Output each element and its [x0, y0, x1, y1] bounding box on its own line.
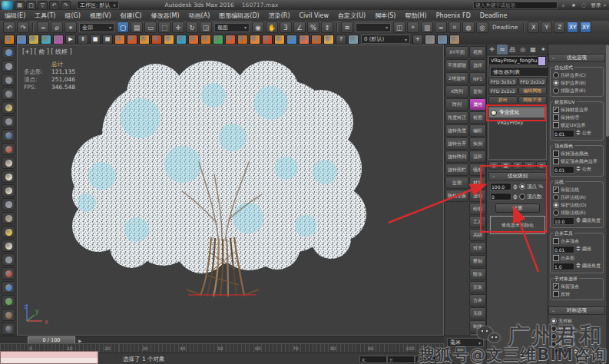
radio-button[interactable] — [551, 326, 557, 332]
strip-button-2-16[interactable]: 对齐 — [469, 242, 486, 254]
collapse-icon[interactable]: − — [551, 55, 555, 61]
search-icon[interactable]: ⌕ — [560, 2, 568, 8]
bulb-tool-icon[interactable] — [2, 101, 15, 114]
eye-tool-icon[interactable] — [2, 198, 15, 210]
modifier-onoff-bulb-icon[interactable] — [491, 110, 497, 116]
motion-tab[interactable]: ◎ — [518, 45, 528, 55]
infocenter-search-input[interactable] — [473, 2, 558, 9]
red-tool-icon[interactable] — [2, 143, 15, 155]
menu-item-9[interactable]: 渲染(R) — [264, 12, 295, 20]
mountain-tool-icon[interactable] — [2, 212, 15, 224]
radio-button[interactable] — [551, 341, 557, 347]
strip-button-2-12[interactable]: 选项 — [469, 190, 486, 202]
spinner-arrows-icon[interactable] — [576, 217, 581, 223]
vertex-percent-radio[interactable] — [519, 184, 525, 190]
vray-icon-1[interactable] — [114, 35, 125, 45]
qa-redo-icon[interactable]: ↷ — [61, 1, 71, 10]
spinner-arrows-icon[interactable] — [576, 166, 581, 171]
vray-icon-6[interactable] — [176, 35, 187, 45]
camera-tool-icon[interactable] — [2, 46, 15, 58]
selection-filter-combo[interactable]: 全部 — [79, 23, 114, 32]
rendered-frame-icon[interactable]: ◎ — [476, 22, 488, 33]
modifier-button[interactable]: 挤出 — [488, 96, 518, 104]
vray-icon-7[interactable] — [188, 35, 199, 45]
next-icon[interactable]: ∾ — [456, 349, 461, 355]
modifier-list-dropdown[interactable]: 修改器列表 — [490, 67, 554, 77]
help-icon[interactable]: ? — [336, 35, 346, 45]
vray-icon-9[interactable] — [213, 35, 223, 45]
value-spinner[interactable]: 10.0 — [553, 217, 574, 225]
strip-button-2-21[interactable]: 关联 — [469, 307, 486, 319]
redo-icon[interactable]: ↷ — [17, 22, 29, 33]
use-pivot-point-icon[interactable]: ◉ — [252, 22, 264, 33]
spinner-arrows-icon[interactable] — [576, 130, 581, 135]
vray-icon-3[interactable] — [139, 35, 150, 45]
viewport[interactable]: [+] [ 前 ] [ 线框 ] 总计 多边形:121,135顶点:251,04… — [17, 45, 444, 336]
checkbox[interactable] — [553, 255, 559, 261]
vray-icon-18[interactable] — [323, 35, 334, 45]
curve-editor-icon[interactable]: ≈ — [435, 22, 447, 33]
checkbox[interactable] — [553, 151, 559, 157]
plugin-icon-4[interactable] — [41, 35, 51, 45]
menu-item-11[interactable]: 自定义(U) — [333, 12, 370, 20]
radio-button[interactable] — [553, 72, 559, 78]
panel-scrollbar[interactable] — [606, 45, 609, 364]
axis-z-button[interactable]: Z — [554, 22, 565, 33]
stack-item-2[interactable]: VRayProxy — [489, 117, 546, 127]
bind-to-space-warp-icon[interactable]: ✴ — [65, 22, 77, 33]
menu-item-5[interactable]: 创建(C) — [116, 12, 147, 20]
checkbox[interactable] — [553, 114, 559, 121]
vray-icon-14[interactable] — [274, 35, 285, 45]
modifier-button[interactable]: FFD 2x2x2 — [518, 78, 548, 86]
make-unique-icon[interactable]: Y — [512, 161, 523, 170]
workspace-combo[interactable]: 工作区: 默认 — [77, 1, 119, 9]
vray-icon-12[interactable] — [250, 35, 260, 45]
favorites-star-icon[interactable]: ★ — [570, 2, 578, 8]
sun-tool-icon[interactable] — [2, 226, 15, 238]
plugin-icon-2[interactable] — [16, 35, 27, 45]
symmetry-options-header[interactable]: − 对称选项 — [548, 306, 605, 315]
strip-button-2-20[interactable]: 合并 — [469, 294, 486, 306]
strip-button-2-13[interactable]: 绘制 — [469, 203, 486, 215]
menu-item-13[interactable]: 帮助(H) — [400, 12, 431, 20]
layer-manager-icon[interactable]: ▥ — [421, 22, 433, 33]
maxscript-mini-listener[interactable] — [0, 351, 98, 364]
strip-button-1-7[interactable]: 旋转角度 — [445, 124, 468, 137]
camera-icon[interactable] — [348, 35, 359, 45]
modifier-button[interactable]: FFD 3x3x3 — [488, 78, 518, 86]
angle-snap-icon[interactable]: ∠ — [293, 22, 306, 33]
vertex-count-spinner[interactable]: 0 — [490, 193, 511, 200]
mirror-icon[interactable]: ◫ — [393, 22, 405, 33]
spinner-arrows-icon[interactable] — [576, 246, 581, 251]
sign-in-button[interactable]: 登录 — [591, 2, 606, 9]
strip-button-2-9[interactable]: 温和 — [469, 151, 486, 163]
radio-button[interactable] — [553, 210, 559, 216]
qa-undo-icon[interactable]: ↶ — [49, 1, 59, 10]
radio-button[interactable] — [553, 194, 559, 200]
schematic-view-icon[interactable]: ⌗ — [448, 22, 461, 33]
grid-tool-icon[interactable] — [2, 88, 15, 100]
named-selection-icon[interactable]: ≡ — [341, 22, 353, 33]
plugin-icon-3[interactable] — [28, 35, 39, 45]
select-and-manipulate-icon[interactable]: ✋ — [266, 22, 278, 33]
menu-item-4[interactable]: 视图(V) — [85, 12, 116, 20]
render-setup-icon[interactable]: ◍ — [462, 22, 475, 33]
strip-button-1-12[interactable]: 随机变换 — [445, 190, 468, 202]
menu-item-15[interactable]: Deadline — [475, 12, 512, 19]
menu-item-7[interactable]: 动画(A) — [184, 12, 215, 20]
configure-modifier-sets-icon[interactable]: ≡ — [536, 161, 547, 170]
tool-icon-a[interactable] — [425, 35, 435, 45]
select-and-rotate-icon[interactable]: ↻ — [186, 22, 198, 33]
spinner-arrows-icon[interactable] — [574, 349, 578, 354]
radio-button[interactable] — [553, 88, 559, 94]
pause-button[interactable]: Ⅱ — [78, 35, 88, 45]
open-file-icon[interactable]: ▢ — [26, 1, 36, 10]
play-button[interactable]: ▶ — [65, 35, 76, 45]
value-spinner[interactable]: 0.01 — [553, 246, 574, 253]
prev-icon[interactable]: < — [447, 349, 452, 355]
checkbox[interactable] — [553, 283, 559, 290]
select-and-scale-icon[interactable]: ◲ — [200, 22, 212, 33]
strip-button-2-6[interactable]: 检测 — [469, 111, 486, 124]
stack-item-1[interactable]: 专业优化 — [489, 108, 546, 117]
axis-xy-button[interactable]: XY — [567, 22, 578, 33]
